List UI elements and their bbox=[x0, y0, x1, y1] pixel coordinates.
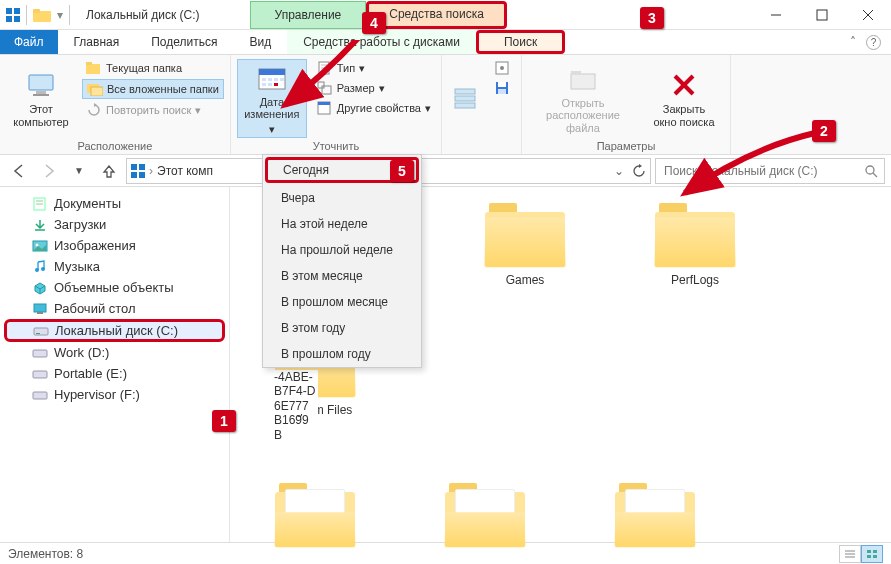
annotation-2: 2 bbox=[812, 120, 836, 142]
svg-rect-0 bbox=[6, 8, 12, 14]
svg-rect-3 bbox=[14, 16, 20, 22]
monitor-icon bbox=[25, 69, 57, 101]
up-button[interactable] bbox=[96, 158, 122, 184]
search-list-icon bbox=[450, 83, 482, 115]
sidebar-item-work-d[interactable]: Work (D:) bbox=[4, 342, 225, 363]
tab-main[interactable]: Главная bbox=[58, 30, 136, 54]
back-button[interactable] bbox=[6, 158, 32, 184]
ribbon-tabs: Файл Главная Поделиться Вид Средства раб… bbox=[0, 30, 891, 55]
minimize-button[interactable] bbox=[753, 0, 799, 30]
svg-rect-48 bbox=[139, 172, 145, 178]
menu-item-last-month[interactable]: В прошлом месяце bbox=[263, 289, 421, 315]
breadcrumb-root[interactable]: Этот комп bbox=[157, 164, 213, 178]
tab-search[interactable]: Поиск bbox=[476, 30, 565, 54]
search-icon[interactable] bbox=[864, 164, 878, 178]
address-dropdown-icon[interactable]: ⌄ bbox=[614, 164, 624, 178]
menu-item-this-month[interactable]: В этом месяце bbox=[263, 263, 421, 289]
details-view-button[interactable] bbox=[839, 545, 861, 563]
folder-icon bbox=[275, 477, 355, 547]
search-again-button[interactable]: Повторить поиск ▾ bbox=[82, 101, 224, 119]
annotation-arrow-4 bbox=[270, 40, 410, 140]
folder-item[interactable] bbox=[250, 477, 380, 547]
folder-icon bbox=[445, 477, 525, 547]
svg-rect-46 bbox=[139, 164, 145, 170]
sidebar-item-desktop[interactable]: Рабочий стол bbox=[4, 298, 225, 319]
dropdown-icon[interactable]: ▾ bbox=[57, 8, 63, 22]
group-hidden bbox=[442, 55, 522, 154]
svg-rect-34 bbox=[455, 96, 475, 101]
svg-point-58 bbox=[41, 267, 45, 271]
sidebar-item-downloads[interactable]: Загрузки bbox=[4, 214, 225, 235]
svg-rect-59 bbox=[34, 304, 46, 312]
partial-folder-name: -4ABE-B7F4-D6E777B1699B bbox=[272, 370, 318, 414]
group-location-label: Расположение bbox=[6, 138, 224, 152]
sidebar-item-local-disk-c[interactable]: Локальный диск (C:) bbox=[4, 319, 225, 342]
sidebar-item-hypervisor-f[interactable]: Hypervisor (F:) bbox=[4, 384, 225, 405]
navigation-pane: Документы Загрузки Изображения Музыка Об… bbox=[0, 187, 230, 542]
context-tab-manage[interactable]: Управление bbox=[250, 1, 367, 29]
folder-icon bbox=[485, 197, 565, 267]
svg-rect-47 bbox=[131, 172, 137, 178]
collapse-ribbon-icon[interactable]: ˄ bbox=[850, 35, 856, 50]
close-search-button[interactable]: Закрыть окно поиска bbox=[644, 59, 724, 138]
svg-rect-63 bbox=[33, 350, 47, 357]
svg-rect-10 bbox=[29, 75, 53, 90]
menu-item-last-year[interactable]: В прошлом году bbox=[263, 341, 421, 367]
svg-rect-12 bbox=[33, 94, 49, 96]
svg-rect-14 bbox=[86, 62, 92, 65]
svg-rect-42 bbox=[571, 71, 581, 75]
menu-item-this-year[interactable]: В этом году bbox=[263, 315, 421, 341]
folder-games[interactable]: Games bbox=[460, 197, 590, 297]
all-subfolders-button[interactable]: Все вложенные папки bbox=[82, 79, 224, 99]
view-mode-buttons bbox=[839, 545, 883, 563]
quick-access-toolbar: ▾ bbox=[0, 5, 76, 25]
tab-file[interactable]: Файл bbox=[0, 30, 58, 54]
icons-view-button[interactable] bbox=[861, 545, 883, 563]
close-button[interactable] bbox=[845, 0, 891, 30]
svg-rect-23 bbox=[262, 83, 266, 86]
window-title: Локальный диск (C:) bbox=[76, 8, 210, 22]
svg-rect-70 bbox=[873, 550, 877, 553]
refresh-icon[interactable] bbox=[632, 164, 646, 178]
svg-rect-39 bbox=[498, 82, 506, 87]
forward-button[interactable] bbox=[36, 158, 62, 184]
svg-rect-64 bbox=[33, 371, 47, 378]
svg-rect-33 bbox=[455, 89, 475, 94]
annotation-5: 5 bbox=[390, 160, 414, 182]
menu-item-this-week[interactable]: На этой неделе bbox=[263, 211, 421, 237]
recent-searches-button[interactable] bbox=[448, 59, 485, 138]
sidebar-item-3d-objects[interactable]: Объемные объекты bbox=[4, 277, 225, 298]
advanced-options-button[interactable] bbox=[491, 59, 515, 77]
svg-rect-40 bbox=[498, 89, 506, 94]
folder-perflogs[interactable]: PerfLogs bbox=[630, 197, 760, 297]
folder-icon[interactable] bbox=[33, 8, 51, 22]
group-location: Этот компьютер Текущая папка Все вложенн… bbox=[0, 55, 231, 154]
folder-item[interactable] bbox=[420, 477, 550, 547]
annotation-1: 1 bbox=[212, 410, 236, 432]
svg-rect-41 bbox=[571, 74, 595, 89]
context-tab-search-tools[interactable]: Средства поиска bbox=[366, 1, 507, 29]
annotation-3: 3 bbox=[640, 7, 664, 29]
this-pc-label: Этот компьютер bbox=[13, 103, 68, 127]
sidebar-item-portable-e[interactable]: Portable (E:) bbox=[4, 363, 225, 384]
title-bar: ▾ Локальный диск (C:) Управление Средств… bbox=[0, 0, 891, 30]
menu-item-yesterday[interactable]: Вчера bbox=[263, 185, 421, 211]
tab-share[interactable]: Поделиться bbox=[135, 30, 233, 54]
sidebar-item-pictures[interactable]: Изображения bbox=[4, 235, 225, 256]
svg-point-37 bbox=[500, 66, 504, 70]
svg-rect-62 bbox=[36, 333, 40, 334]
sidebar-item-documents[interactable]: Документы bbox=[4, 193, 225, 214]
menu-item-last-week[interactable]: На прошлой неделе bbox=[263, 237, 421, 263]
sidebar-item-music[interactable]: Музыка bbox=[4, 256, 225, 277]
help-icon[interactable]: ? bbox=[866, 35, 881, 50]
separator-icon bbox=[69, 5, 70, 25]
folder-item[interactable] bbox=[590, 477, 720, 547]
save-search-button[interactable] bbox=[491, 79, 515, 97]
this-pc-button[interactable]: Этот компьютер bbox=[6, 59, 76, 138]
current-folder-button[interactable]: Текущая папка bbox=[82, 59, 224, 77]
maximize-button[interactable] bbox=[799, 0, 845, 30]
window-controls bbox=[753, 0, 891, 30]
recent-dropdown[interactable]: ▼ bbox=[66, 158, 92, 184]
annotation-4: 4 bbox=[362, 12, 386, 34]
open-file-location-label: Открыть расположение файла bbox=[530, 97, 636, 133]
